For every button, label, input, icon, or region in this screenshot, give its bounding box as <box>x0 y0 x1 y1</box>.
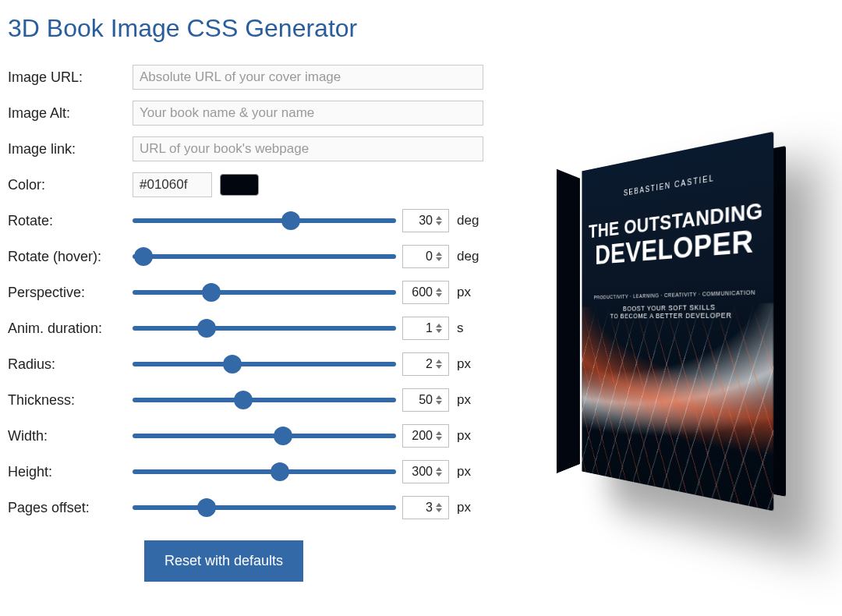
width-number[interactable]: 200 <box>402 424 449 448</box>
color-swatch[interactable] <box>220 174 259 196</box>
cover-tags: PRODUCTIVITY · LEARNING · CREATIVITY · C… <box>594 289 755 299</box>
cover-author: SEBASTIEN CASTIEL <box>624 173 715 197</box>
page-title: 3D Book Image CSS Generator <box>0 0 842 60</box>
row-pages-offset: Pages offset: 3 px <box>8 490 499 526</box>
image-alt-label: Image Alt: <box>8 105 133 122</box>
spinner-icon[interactable] <box>436 356 445 373</box>
row-perspective: Perspective: 600 px <box>8 275 499 311</box>
image-link-input[interactable] <box>133 136 483 161</box>
image-url-input[interactable] <box>133 65 483 90</box>
perspective-slider[interactable] <box>133 281 396 304</box>
anim-duration-label: Anim. duration: <box>8 320 133 337</box>
radius-label: Radius: <box>8 356 133 373</box>
width-unit: px <box>457 428 488 444</box>
image-alt-input[interactable] <box>133 101 483 126</box>
row-rotate: Rotate: 30 deg <box>8 204 499 239</box>
cover-highway-icon <box>582 302 773 511</box>
rotate-hover-label: Rotate (hover): <box>8 249 133 265</box>
spinner-icon[interactable] <box>436 463 445 480</box>
book-cover-icon: SEBASTIEN CASTIEL THE OUTSTANDING DEVELO… <box>582 131 773 511</box>
height-number[interactable]: 300 <box>402 460 449 483</box>
thickness-label: Thickness: <box>8 392 133 409</box>
pages-offset-slider[interactable] <box>133 496 396 519</box>
pages-offset-number[interactable]: 3 <box>402 496 449 519</box>
reset-button[interactable]: Reset with defaults <box>144 540 303 582</box>
book-preview: SEBASTIEN CASTIEL THE OUTSTANDING DEVELO… <box>499 60 834 582</box>
row-rotate-hover: Rotate (hover): 0 deg <box>8 239 499 275</box>
thickness-number[interactable]: 50 <box>402 388 449 412</box>
anim-duration-number[interactable]: 1 <box>402 317 449 340</box>
anim-duration-unit: s <box>457 320 488 336</box>
perspective-unit: px <box>457 285 488 300</box>
anim-duration-slider[interactable] <box>133 317 396 340</box>
row-height: Height: 300 px <box>8 455 499 490</box>
image-url-label: Image URL: <box>8 69 133 86</box>
row-radius: Radius: 2 px <box>8 347 499 383</box>
rotate-hover-number[interactable]: 0 <box>402 245 449 268</box>
radius-slider[interactable] <box>133 352 396 376</box>
controls-form: Image URL: Image Alt: Image link: Color:… <box>8 60 499 582</box>
pages-offset-label: Pages offset: <box>8 500 133 516</box>
row-thickness: Thickness: 50 px <box>8 383 499 419</box>
row-anim-duration: Anim. duration: 1 s <box>8 311 499 347</box>
rotate-hover-unit: deg <box>457 249 488 264</box>
rotate-label: Rotate: <box>8 213 133 229</box>
book-3d[interactable]: SEBASTIEN CASTIEL THE OUTSTANDING DEVELO… <box>582 131 773 511</box>
radius-unit: px <box>457 356 488 372</box>
spinner-icon[interactable] <box>436 248 445 265</box>
rotate-unit: deg <box>457 213 488 228</box>
width-label: Width: <box>8 428 133 444</box>
rotate-slider[interactable] <box>133 209 396 232</box>
image-link-label: Image link: <box>8 141 133 158</box>
spinner-icon[interactable] <box>436 320 445 337</box>
perspective-label: Perspective: <box>8 285 133 301</box>
height-unit: px <box>457 464 488 480</box>
pages-offset-unit: px <box>457 500 488 515</box>
width-slider[interactable] <box>133 424 396 448</box>
spinner-icon[interactable] <box>436 427 445 444</box>
thickness-slider[interactable] <box>133 388 396 412</box>
perspective-number[interactable]: 600 <box>402 281 449 304</box>
thickness-unit: px <box>457 392 488 408</box>
color-label: Color: <box>8 177 133 193</box>
spinner-icon[interactable] <box>436 212 445 229</box>
spinner-icon[interactable] <box>436 499 445 516</box>
height-slider[interactable] <box>133 460 396 483</box>
row-width: Width: 200 px <box>8 419 499 455</box>
color-input[interactable] <box>133 172 212 197</box>
radius-number[interactable]: 2 <box>402 352 449 376</box>
spinner-icon[interactable] <box>436 391 445 409</box>
spinner-icon[interactable] <box>436 284 445 301</box>
height-label: Height: <box>8 464 133 480</box>
rotate-hover-slider[interactable] <box>133 245 396 268</box>
rotate-number[interactable]: 30 <box>402 209 449 232</box>
